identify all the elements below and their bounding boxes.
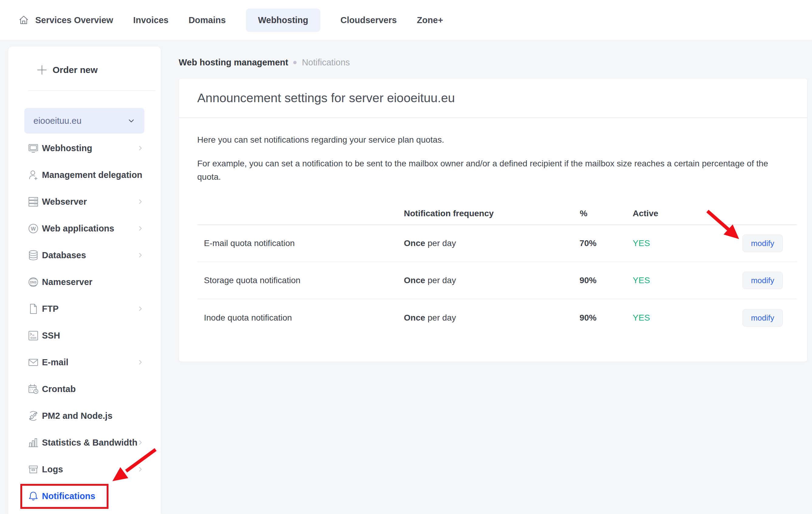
- sidebar-item-web-applications[interactable]: W Web applications: [8, 215, 161, 242]
- sidebar-item-label: Webserver: [42, 197, 87, 207]
- nav-item-zoneplus[interactable]: Zone+: [417, 15, 443, 25]
- nav-item-label: Cloudservers: [340, 15, 397, 25]
- svg-text:SSH: SSH: [30, 336, 36, 340]
- nav-item-cloudservers[interactable]: Cloudservers: [340, 15, 397, 25]
- sidebar-item-webserver[interactable]: Webserver: [8, 188, 161, 215]
- sidebar: Order new eiooeituu.eu Webhosting: [8, 47, 161, 514]
- header-frequency: Notification frequency: [404, 209, 534, 218]
- order-new-label: Order new: [53, 65, 97, 75]
- sidebar-item-label: Webhosting: [42, 143, 92, 153]
- ssh-terminal-icon: SSH: [27, 329, 39, 342]
- active-status: YES: [633, 313, 650, 322]
- breadcrumb-separator-dot: [293, 61, 297, 64]
- wordpress-icon: W: [27, 222, 39, 235]
- nav-item-webhosting[interactable]: Webhosting: [246, 8, 320, 32]
- description-line-1: Here you can set notifications regarding…: [197, 133, 797, 146]
- modify-button-inode-quota[interactable]: modify: [743, 309, 783, 327]
- chevron-right-icon: [137, 359, 144, 366]
- sidebar-item-nameserver[interactable]: DNS Nameserver: [8, 269, 161, 295]
- sidebar-item-email[interactable]: E-mail: [8, 349, 161, 376]
- bar-chart-icon: [27, 436, 39, 449]
- chevron-right-icon: [137, 198, 144, 205]
- row-frequency: Onceper day: [404, 275, 534, 285]
- sidebar-item-statistics-bandwidth[interactable]: Statistics & Bandwidth: [8, 429, 161, 456]
- nav-item-label: Domains: [188, 15, 226, 25]
- row-label: E-mail quota notification: [197, 239, 404, 248]
- sidebar-item-label: Web applications: [42, 223, 114, 234]
- frequency-unit: per day: [428, 239, 456, 248]
- webhosting-panel-screen: Services Overview Invoices Domains Webho…: [0, 0, 812, 514]
- frequency-value: Once: [404, 275, 425, 285]
- table-row-email-quota: E-mail quota notification Onceper day 70…: [197, 225, 797, 262]
- sidebar-item-pm2-nodejs[interactable]: PM2 and Node.js: [8, 402, 161, 429]
- nav-item-label: Zone+: [417, 15, 443, 25]
- sidebar-item-label: Nameserver: [42, 277, 92, 287]
- page-title: Announcement settings for server eiooeit…: [197, 91, 455, 105]
- dns-globe-icon: DNS: [27, 276, 39, 288]
- server-stack-icon: [27, 195, 39, 208]
- row-frequency: Onceper day: [404, 239, 534, 248]
- svg-text:W: W: [31, 226, 36, 232]
- active-status: YES: [633, 239, 650, 248]
- sidebar-item-label: Logs: [42, 464, 63, 475]
- row-frequency: Onceper day: [404, 313, 534, 323]
- row-percent: 90%: [534, 313, 597, 323]
- description-line-2: For example, you can set a notification …: [197, 157, 776, 184]
- monitor-icon: [27, 142, 39, 155]
- plus-icon: [36, 64, 48, 76]
- notifications-table: Notification frequency % Active E-mail q…: [197, 202, 797, 336]
- sidebar-item-logs[interactable]: Logs: [8, 456, 161, 483]
- modify-button-storage-quota[interactable]: modify: [743, 272, 783, 289]
- chevron-down-icon: [127, 117, 135, 125]
- nav-item-label: Services Overview: [35, 15, 113, 25]
- sidebar-item-label: Statistics & Bandwidth: [42, 438, 137, 448]
- calendar-clock-icon: [27, 383, 39, 396]
- sidebar-item-notifications[interactable]: Notifications: [8, 483, 161, 509]
- sidebar-item-crontab[interactable]: Crontab: [8, 376, 161, 402]
- sidebar-item-label: Databases: [42, 250, 86, 260]
- table-row-storage-quota: Storage quota notification Onceper day 9…: [197, 262, 797, 299]
- envelope-icon: [27, 356, 39, 369]
- sidebar-item-management-delegation[interactable]: Management delegation: [8, 162, 161, 188]
- sidebar-menu: Webhosting Management delegation: [8, 135, 161, 509]
- server-select-value: eiooeituu.eu: [33, 116, 82, 126]
- sidebar-item-label: SSH: [42, 331, 60, 341]
- modify-button-email-quota[interactable]: modify: [743, 235, 783, 252]
- gears-sync-icon: [27, 410, 39, 422]
- sidebar-item-databases[interactable]: Databases: [8, 242, 161, 269]
- nav-item-label: Webhosting: [258, 15, 308, 25]
- card-header: Announcement settings for server eiooeit…: [179, 79, 807, 118]
- nav-item-invoices[interactable]: Invoices: [133, 15, 168, 25]
- table-row-inode-quota: Inode quota notification Onceper day 90%…: [197, 299, 797, 336]
- top-navigation: Services Overview Invoices Domains Webho…: [0, 0, 812, 40]
- sidebar-item-webhosting[interactable]: Webhosting: [8, 135, 161, 162]
- archive-box-icon: [27, 463, 39, 476]
- sidebar-item-ssh[interactable]: SSH SSH: [8, 322, 161, 349]
- chevron-right-icon: [137, 305, 144, 312]
- frequency-value: Once: [404, 313, 425, 322]
- home-icon: [18, 14, 30, 26]
- sidebar-item-label: Management delegation: [42, 170, 142, 180]
- sidebar-item-ftp[interactable]: FTP: [8, 295, 161, 322]
- chevron-right-icon: [137, 466, 144, 472]
- chevron-right-icon: [137, 225, 144, 232]
- chevron-right-icon: [137, 439, 144, 446]
- row-percent: 70%: [534, 239, 597, 248]
- sidebar-divider: [28, 90, 155, 91]
- row-label: Inode quota notification: [197, 313, 404, 323]
- nav-item-services-overview[interactable]: Services Overview: [18, 14, 113, 26]
- breadcrumb: Web hosting management Notifications: [179, 56, 350, 69]
- server-select-dropdown[interactable]: eiooeituu.eu: [24, 108, 144, 134]
- breadcrumb-section[interactable]: Web hosting management: [179, 57, 288, 67]
- chevron-right-icon: [137, 145, 144, 152]
- nav-item-domains[interactable]: Domains: [188, 15, 226, 25]
- frequency-value: Once: [404, 239, 425, 248]
- order-new-button[interactable]: Order new: [8, 47, 161, 76]
- row-label: Storage quota notification: [197, 275, 404, 285]
- breadcrumb-current: Notifications: [302, 57, 350, 67]
- sidebar-item-label: FTP: [42, 304, 59, 314]
- sidebar-item-label: Crontab: [42, 384, 76, 394]
- frequency-unit: per day: [428, 313, 456, 322]
- sidebar-item-label: Notifications: [42, 491, 95, 501]
- sidebar-item-label: E-mail: [42, 357, 68, 368]
